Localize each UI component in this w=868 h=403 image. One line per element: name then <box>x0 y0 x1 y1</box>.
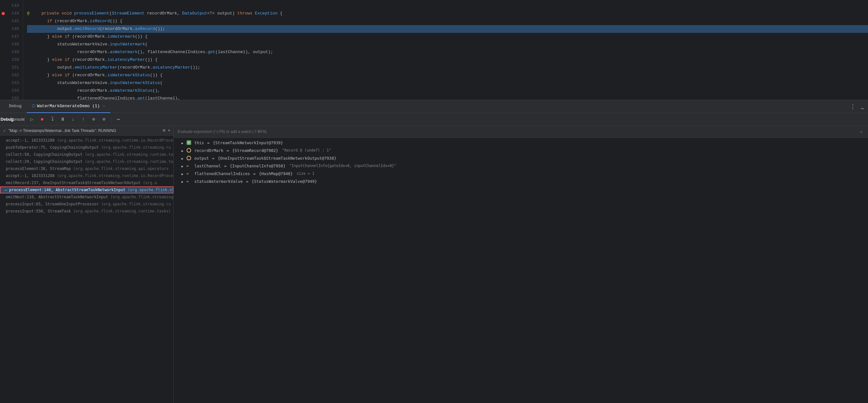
tab-watermark-label: WaterMarkGenerateDemo (1) <box>37 104 100 109</box>
frame-item-2[interactable]: pushToOperator:75, CopyingChainingOutput… <box>0 144 174 151</box>
expand-arrow-status: ▶ <box>181 180 185 183</box>
add-watch-button[interactable]: ＋ <box>858 128 864 136</box>
bp-150 <box>0 56 6 64</box>
frames-list: accept:-1, 1823331288 (org.apache.flink.… <box>0 136 174 403</box>
var-name-flattened: flattenedChannelIndices <box>194 171 250 176</box>
tab-watermark[interactable]: ⬡ WaterMarkGenerateDemo (1) ✕ <box>27 100 110 113</box>
var-flattenedChannelIndices[interactable]: ▶ ∞ flattenedChannelIndices = {HashMap@7… <box>174 170 868 178</box>
bp-146 <box>0 25 6 33</box>
bp-147 <box>0 33 6 40</box>
var-val-status: {StatusWatermarkValve@7949} <box>252 179 317 184</box>
code-line-143 <box>27 2 868 10</box>
var-lastChannel[interactable]: ▶ ∞ lastChannel = {InputChannelInfo@7950… <box>174 162 868 170</box>
bp-144[interactable] <box>0 10 6 18</box>
code-line-155: flattenedChannelIndices . get ( lastChan… <box>27 95 868 100</box>
var-name-output: output <box>194 156 209 161</box>
var-icon-recordOrMark <box>187 148 191 152</box>
var-val-output: {OneInputStreamTask$StreamTaskNetworkOut… <box>218 156 337 161</box>
var-icon-this: ≡ <box>187 140 191 145</box>
breakpoint-gutter <box>0 0 6 100</box>
debug-panel: Debug ⬡ WaterMarkGenerateDemo (1) ✕ ⋮ ⎯ … <box>0 100 868 403</box>
right-panel: ＋ ▶ ≡ this = {StreamTaskNetworkInput@793… <box>174 126 868 403</box>
frame-item-5[interactable]: processElement:38, StreamMap (org.apache… <box>0 165 174 172</box>
bp-152 <box>0 71 6 79</box>
frame-item-8[interactable]: ↩ processElement:146, AbstractStreamTask… <box>0 186 174 194</box>
frame-item-9[interactable]: emitNext:110, AbstractStreamTaskNetworkI… <box>0 194 174 201</box>
var-icon-output <box>187 156 191 160</box>
step-into-button[interactable]: ↓ <box>68 115 78 124</box>
var-name-record: recordOrMark <box>194 148 223 153</box>
bp-155 <box>0 95 6 100</box>
separator-1 <box>25 116 25 123</box>
code-editor: 143 144 145 146 147 148 149 150 151 152 … <box>0 0 868 100</box>
resume-button[interactable]: ▷ <box>27 115 36 124</box>
frame-text-11: processInput:550, StreamTask (org.apache… <box>6 209 171 213</box>
var-note-flattened: size = 1 <box>297 171 314 176</box>
expand-arrow-lastChannel: ▶ <box>181 165 185 168</box>
debug-toolbar: Debug Console ▷ ■ ⤵ ⏸ ↓ ↑ ⊙ ⊘ ⋯ <box>0 113 868 126</box>
bp-153 <box>0 79 6 87</box>
code-line-149: recordOrMark . asWatermark (), flattened… <box>27 48 868 56</box>
frame-item-11[interactable]: processInput:550, StreamTask (org.apache… <box>0 208 174 215</box>
tab-debug-label: Debug <box>9 104 22 109</box>
chevron-down-icon[interactable]: ▾ <box>168 128 170 133</box>
code-line-147: } else if ( recordOrMark . isWatermark (… <box>27 33 868 40</box>
frame-item-1[interactable]: accept:-1, 1823331288 (org.apache.flink.… <box>0 137 174 144</box>
console-tab-btn[interactable]: Console <box>13 115 22 124</box>
variables-header: ＋ <box>174 126 868 138</box>
code-line-153: statusWatermarkValve . inputWatermarkSta… <box>27 79 868 87</box>
app-container: 143 144 145 146 147 148 149 150 151 152 … <box>0 0 868 403</box>
var-val-this: {StreamTaskNetworkInput@7939} <box>213 140 283 145</box>
thread-running-icon: ✓ <box>3 128 6 133</box>
frame-item-6[interactable]: accept:-1, 1823331288 (org.apache.flink.… <box>0 172 174 179</box>
var-this[interactable]: ▶ ≡ this = {StreamTaskNetworkInput@7939} <box>174 139 868 147</box>
frame-item-7[interactable]: emitRecord:237, OneInputStreamTask$Strea… <box>0 179 174 186</box>
more-options-icon[interactable]: ⋮ <box>847 103 858 110</box>
code-line-150: } else if ( recordOrMark . isLatencyMark… <box>27 56 868 64</box>
code-line-154: recordOrMark . asWatermarkStatus (), <box>27 87 868 95</box>
var-statusWatermarkValve[interactable]: ▶ ∞ statusWatermarkValve = {StatusWaterm… <box>174 178 868 185</box>
var-icon-flattened: ∞ <box>187 171 191 176</box>
thread-name: "Map -> Timestamps/Watermar...link Task … <box>8 128 160 133</box>
run-to-cursor-button[interactable]: ⊙ <box>89 115 98 124</box>
pause-button[interactable]: ⏸ <box>58 115 67 124</box>
code-line-145: if ( recordOrMark . isRecord ()) { <box>27 18 868 25</box>
frame-text-9: emitNext:110, AbstractStreamTaskNetworkI… <box>6 195 173 199</box>
frame-text-8: processElement:146, AbstractStreamTaskNe… <box>9 188 174 192</box>
var-icon-lastChannel: ∞ <box>187 164 191 168</box>
expand-arrow-record: ▶ <box>181 149 185 152</box>
frame-item-3[interactable]: collect:50, CopyingChainingOutput (org.a… <box>0 151 174 158</box>
tab-close-icon[interactable]: ✕ <box>103 104 105 108</box>
tab-watermark-icon: ⬡ <box>32 104 35 109</box>
var-val-lastChannel: {InputChannelInfo@7950} <box>230 164 285 168</box>
expand-arrow-output: ▶ <box>181 157 185 160</box>
evaluate-button[interactable]: ⊘ <box>99 115 108 124</box>
var-recordOrMark[interactable]: ▶ recordOrMark = {StreamRecord@7902} "Re… <box>174 147 868 154</box>
bp-148 <box>0 40 6 48</box>
expand-arrow-this: ▶ <box>181 141 185 145</box>
frame-item-4[interactable]: collect:29, CopyingChainingOutput (org.a… <box>0 158 174 165</box>
thread-header: ✓ "Map -> Timestamps/Watermar...link Tas… <box>0 126 174 136</box>
tab-debug[interactable]: Debug <box>4 100 27 113</box>
stop-button[interactable]: ■ <box>38 115 46 124</box>
line-numbers: 143 144 145 146 147 148 149 150 151 152 … <box>6 0 23 100</box>
left-panel: ✓ "Map -> Timestamps/Watermar...link Tas… <box>0 126 174 403</box>
step-over-button[interactable]: ⤵ <box>48 115 57 124</box>
bp-149 <box>0 48 6 56</box>
bp-145 <box>0 18 6 25</box>
code-content: @ private void processElement ( StreamEl… <box>23 0 868 100</box>
var-name-status: statusWatermarkValve <box>194 179 243 184</box>
code-line-152: } else if ( recordOrMark . isWatermarkSt… <box>27 71 868 79</box>
code-line-151: output . emitLatencyMarker ( recordOrMar… <box>27 64 868 71</box>
more-toolbar-button[interactable]: ⋯ <box>114 115 123 124</box>
step-out-button[interactable]: ↑ <box>79 115 88 124</box>
var-output[interactable]: ▶ output = {OneInputStreamTask$StreamTas… <box>174 154 868 162</box>
bp-154 <box>0 87 6 95</box>
filter-icon[interactable]: ⊟ <box>163 128 165 133</box>
bp-143 <box>0 2 6 10</box>
frame-item-10[interactable]: processInput:65, StreamOneInputProcessor… <box>0 201 174 208</box>
var-name-lastChannel: lastChannel <box>194 164 221 168</box>
eval-expression-input[interactable] <box>178 129 856 134</box>
bp-151 <box>0 64 6 71</box>
console-label: Console <box>10 117 25 122</box>
